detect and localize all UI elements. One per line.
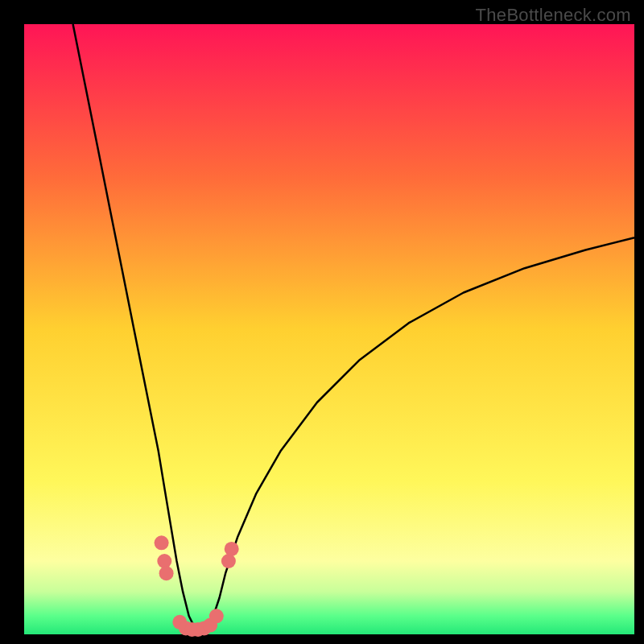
- highlight-marker: [209, 609, 224, 623]
- watermark-text: TheBottleneck.com: [476, 5, 631, 26]
- highlight-marker: [159, 566, 174, 580]
- bottleneck-chart: [0, 0, 644, 644]
- highlight-marker: [155, 535, 169, 550]
- highlight-marker: [157, 554, 171, 568]
- chart-container: TheBottleneck.com: [0, 0, 644, 644]
- highlight-marker: [221, 554, 236, 568]
- plot-background: [24, 24, 634, 634]
- highlight-marker: [225, 542, 239, 556]
